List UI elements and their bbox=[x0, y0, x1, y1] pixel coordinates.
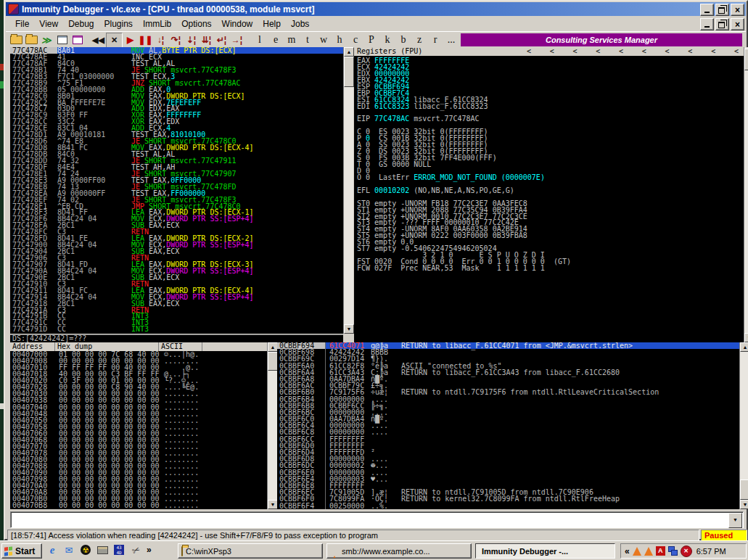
quick-launch-overflow-icon[interactable]: » bbox=[147, 545, 152, 555]
toolbar-letter-t[interactable]: t bbox=[300, 34, 316, 46]
system-tray: « A ✕ 6:57 PM bbox=[620, 543, 747, 559]
minimize-button[interactable] bbox=[700, 4, 714, 16]
task-button-label: Immunity Debugger -... bbox=[482, 547, 568, 556]
register-line[interactable]: O 0 LastErr ERROR_MOD_NOT_FOUND (0000007… bbox=[354, 174, 744, 181]
toolbar-letter-r[interactable]: r bbox=[427, 34, 443, 46]
scroll-down-icon[interactable]: ▼ bbox=[740, 500, 748, 509]
immlib-window-icon[interactable] bbox=[70, 33, 85, 47]
toolbar-letter-k[interactable]: k bbox=[379, 34, 395, 46]
menu-item-help[interactable]: Help bbox=[258, 17, 286, 30]
codec-tool-icon[interactable]: ☢ bbox=[80, 544, 91, 556]
scroll-up-icon[interactable]: ▲ bbox=[740, 342, 748, 352]
until-user-icon[interactable]: →¦ bbox=[229, 33, 244, 47]
rewind-icon[interactable]: ◀◀ bbox=[91, 33, 106, 47]
task-button-label: C:\winXPsp3 bbox=[186, 547, 231, 556]
dump-scrollbar[interactable]: ▲ ▼ bbox=[267, 342, 277, 509]
trace-into-icon[interactable]: ⇣¦ bbox=[184, 33, 199, 47]
menu-item-plugins[interactable]: Plugins bbox=[99, 17, 138, 30]
printer-tool-icon[interactable] bbox=[96, 544, 108, 556]
memory-dump-pane[interactable]: Address Hex dump ASCII 0040700001 00 00 … bbox=[10, 342, 267, 509]
dump-row[interactable]: 004070B800 00 00 00 00 00 00 00........ bbox=[10, 502, 267, 508]
internet-explorer-icon[interactable]: e bbox=[46, 544, 58, 556]
toolbar-letter-P[interactable]: P bbox=[363, 34, 379, 46]
register-line[interactable]: EBX 42424242 bbox=[354, 77, 744, 83]
toolbar-letter-m[interactable]: m bbox=[284, 34, 300, 46]
register-line[interactable]: FCW 027F Prec NEAR,53 Mask 1 1 1 1 1 1 bbox=[354, 265, 744, 271]
child-close-button[interactable]: × bbox=[731, 18, 744, 30]
register-line[interactable]: EFL 00010202 (NO,NB,NE,A,NS,PO,GE,G) bbox=[354, 187, 744, 194]
outlook-express-icon[interactable]: ✉ bbox=[63, 544, 75, 556]
disasm-scrollbar[interactable]: ▲ ▼ bbox=[343, 47, 353, 334]
register-line[interactable]: ECX 42424242 bbox=[354, 64, 744, 70]
hex-4d-tool-icon[interactable]: 434D bbox=[113, 544, 125, 556]
toolbar-letter-dots[interactable]: ... bbox=[443, 34, 459, 46]
vlc-cone-icon bbox=[330, 547, 339, 556]
scroll-up-icon[interactable]: ▲ bbox=[344, 47, 354, 57]
until-return-icon[interactable]: ↵¦ bbox=[214, 33, 229, 47]
menu-item-jobs[interactable]: Jobs bbox=[286, 17, 314, 30]
windows-list-icon[interactable] bbox=[54, 33, 70, 47]
toolbar-letter-l[interactable]: l bbox=[252, 34, 268, 46]
registers-header: Registers (FPU) <<<<< <<<<< bbox=[354, 47, 744, 56]
child-minimize-button[interactable] bbox=[700, 18, 714, 30]
toolbar-letter-c[interactable]: c bbox=[348, 34, 363, 46]
trace-over-icon[interactable]: ⇊¦ bbox=[199, 33, 214, 47]
stack-pane[interactable]: 0CBBF69461CC4071q@╠aRETURN to libacc_F.6… bbox=[277, 342, 739, 509]
toolbar-letter-b[interactable]: b bbox=[395, 34, 411, 46]
menu-item-options[interactable]: Options bbox=[176, 17, 216, 30]
scroll-down-icon[interactable]: ▼ bbox=[344, 324, 354, 334]
disasm-row[interactable]: 77C4791DCCINT3 bbox=[10, 326, 343, 332]
tray-clock[interactable]: 6:57 PM bbox=[696, 547, 726, 556]
close-x-icon[interactable]: ✕ bbox=[106, 33, 123, 48]
security-shield-icon[interactable]: ✕ bbox=[681, 545, 692, 557]
scroll-down-icon[interactable]: ▼ bbox=[744, 333, 748, 342]
title-bar[interactable]: Immunity Debugger - vlc.exe - [CPU - thr… bbox=[6, 2, 746, 16]
cut-tool-icon[interactable]: ✂ bbox=[130, 544, 141, 556]
restore-button[interactable] bbox=[715, 4, 729, 16]
task-button-2[interactable]: smb://www.example.co... bbox=[326, 543, 472, 559]
restore-last-icon[interactable] bbox=[24, 33, 39, 47]
open-file-icon[interactable] bbox=[9, 33, 24, 47]
scroll-down-icon[interactable]: ▼ bbox=[268, 500, 278, 509]
register-line[interactable]: EAX FFFFFFFE bbox=[354, 57, 744, 64]
step-over-icon[interactable]: ↷¦ bbox=[168, 33, 184, 47]
registers-scrollbar[interactable]: ▼ bbox=[744, 47, 748, 342]
registers-pane[interactable]: Registers (FPU) <<<<< <<<<< EAX FFFFFFFE… bbox=[354, 47, 744, 342]
menu-item-view[interactable]: View bbox=[34, 17, 63, 30]
scroll-up-icon[interactable]: ▲ bbox=[268, 342, 278, 352]
menu-item-window[interactable]: Window bbox=[217, 17, 258, 30]
toolbar-letter-w[interactable]: w bbox=[316, 34, 332, 46]
tray-collapse-icon[interactable]: « bbox=[625, 546, 630, 556]
chevron-down-icon[interactable]: ▼ bbox=[728, 513, 742, 528]
register-line[interactable]: T 0 GS 0000 NULL bbox=[354, 161, 744, 168]
task-button-3[interactable]: Immunity Debugger -... bbox=[475, 543, 615, 559]
register-line[interactable]: EDI 61CC8323 libacc_F.61CC8323 bbox=[354, 103, 744, 110]
menu-item-debug[interactable]: Debug bbox=[63, 17, 99, 30]
toolbar-letter-z[interactable]: z bbox=[411, 34, 427, 46]
network-icon[interactable] bbox=[668, 546, 678, 556]
step-into-icon[interactable]: ↓¦ bbox=[153, 33, 168, 47]
task-button-label: smb://www.example.co... bbox=[342, 547, 430, 556]
start-button[interactable]: Start bbox=[1, 543, 42, 559]
register-line[interactable]: EIP 77C478AC msvcrt.77C478AC bbox=[354, 115, 744, 122]
acrobat-icon[interactable]: A bbox=[656, 546, 665, 556]
stack-row[interactable]: 0CBBF6F400250000..%. bbox=[277, 503, 739, 509]
command-input[interactable]: ▼ bbox=[10, 511, 744, 528]
vlc-cone-icon[interactable] bbox=[633, 547, 641, 556]
vlc-cone-icon[interactable] bbox=[644, 547, 653, 556]
run-icon[interactable]: ▶ bbox=[123, 33, 138, 47]
disassembly-pane[interactable]: 77C478AC8A01MOV AL,BYTE PTR DS:[ECX]77C4… bbox=[10, 47, 343, 334]
menu-item-immlib[interactable]: ImmLib bbox=[138, 17, 176, 30]
pause-icon[interactable]: ❚❚ bbox=[138, 33, 153, 47]
attach-snake-icon[interactable]: ≫ bbox=[39, 33, 54, 47]
menu-item-file[interactable]: File bbox=[10, 17, 34, 30]
task-button-1[interactable]: C:\winXPsp3 bbox=[178, 543, 323, 559]
toolbar-letter-e[interactable]: e bbox=[268, 34, 284, 46]
register-line[interactable]: EDX 00000000 bbox=[354, 70, 744, 77]
close-button[interactable]: × bbox=[731, 4, 744, 16]
register-line[interactable]: ESP 0CBBF694 bbox=[354, 83, 744, 90]
stack-scrollbar[interactable]: ▲ ▼ bbox=[739, 342, 748, 509]
toolbar-letter-h[interactable]: h bbox=[332, 34, 348, 46]
child-restore-button[interactable] bbox=[715, 18, 729, 30]
folder-icon bbox=[181, 547, 183, 556]
